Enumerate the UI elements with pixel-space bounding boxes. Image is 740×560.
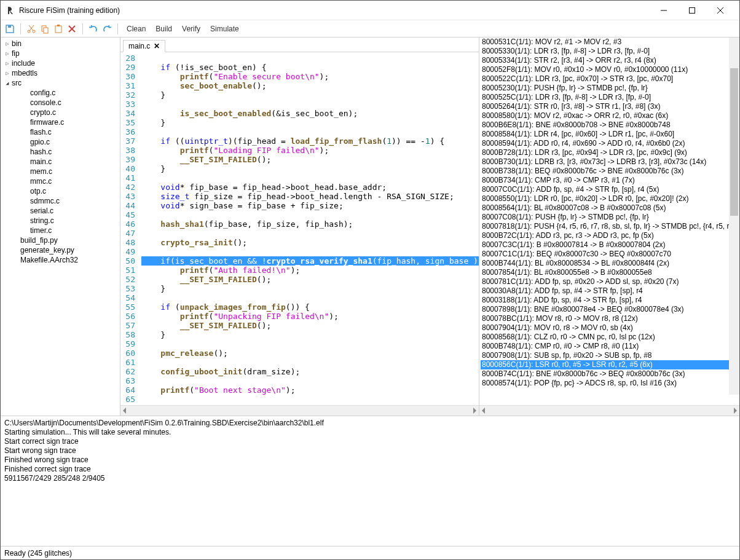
log-row[interactable]: 8000525C(1/1): LDR r3, [fp, #-8] -> LDR … bbox=[481, 93, 738, 102]
log-row[interactable]: 80005264(1/1): STR r0, [r3, #8] -> STR r… bbox=[481, 102, 738, 111]
tree-item[interactable]: ▷bin bbox=[1, 39, 120, 49]
code-line[interactable] bbox=[141, 173, 479, 183]
code-line[interactable]: void* sign_base = fip_base + fip_size; bbox=[141, 201, 479, 210]
code-line[interactable]: printf("Enable secure boot\n"); bbox=[141, 72, 479, 81]
log-row[interactable]: 8000522C(1/1): LDR r3, [pc, #0x70] -> ST… bbox=[481, 74, 738, 84]
tree-item[interactable]: generate_key.py bbox=[1, 245, 120, 255]
cut-icon[interactable] bbox=[26, 23, 37, 34]
close-button[interactable] bbox=[706, 1, 734, 20]
code-line[interactable] bbox=[141, 339, 479, 349]
close-tab-icon[interactable]: ✕ bbox=[154, 42, 160, 50]
code-line[interactable]: hash_sha1(fip_base, fip_size, fip_hash); bbox=[141, 219, 479, 229]
simulate-action[interactable]: Simulate bbox=[207, 25, 243, 33]
code-line[interactable]: __SET_SIM_FAILED(); bbox=[141, 275, 479, 284]
save-icon[interactable] bbox=[4, 23, 15, 34]
code-line[interactable] bbox=[141, 53, 479, 63]
log-row[interactable]: 800030A8(1/1): ADD fp, sp, #4 -> STR fp,… bbox=[481, 286, 738, 296]
code-line[interactable] bbox=[141, 127, 479, 136]
tree-item[interactable]: main.c bbox=[1, 157, 120, 167]
code-line[interactable] bbox=[141, 376, 479, 385]
log-row[interactable]: 80008584(1/1): LDR r4, [pc, #0x60] -> LD… bbox=[481, 130, 738, 139]
tree-item[interactable]: console.c bbox=[1, 98, 120, 108]
tree-item[interactable]: hash.c bbox=[1, 147, 120, 157]
tree-item[interactable]: config.c bbox=[1, 88, 120, 98]
code-line[interactable]: if ((uintptr_t)(fip_head = load_fip_from… bbox=[141, 136, 479, 146]
log-row[interactable]: 80008580(1/1): MOV r2, #0xac -> ORR r2, … bbox=[481, 111, 738, 120]
log-row[interactable]: 80007854(1/1): BL #0x800055e8 -> B #0x80… bbox=[481, 268, 738, 277]
log-row[interactable]: 8000B6E8(1/1): BNE #0x8000b708 -> BNE #0… bbox=[481, 120, 738, 130]
code-line[interactable]: } bbox=[141, 90, 479, 100]
log-row[interactable]: 800078BC(1/1): MOV r8, r0 -> MOV r8, r8 … bbox=[481, 314, 738, 323]
code-line[interactable]: printf("Boot next stage\n"); bbox=[141, 385, 479, 395]
log-row[interactable]: 8000781C(1/1): ADD fp, sp, #0x20 -> ADD … bbox=[481, 277, 738, 286]
log-row[interactable]: 8000B74C(1/1): BNE #0x8000b76c -> BEQ #0… bbox=[481, 369, 738, 379]
code-line[interactable] bbox=[141, 358, 479, 367]
redo-icon[interactable] bbox=[101, 23, 112, 34]
tree-item[interactable]: ▷include bbox=[1, 58, 120, 68]
copy-icon[interactable] bbox=[39, 23, 50, 34]
file-tree[interactable]: ▷bin▷fip▷include▷mbedtls◢srcconfig.ccons… bbox=[1, 37, 120, 416]
log-row[interactable]: 80005330(1/1): LDR r3, [fp, #-8] -> LDR … bbox=[481, 47, 738, 56]
code-line[interactable]: if (!is_sec_boot_en) { bbox=[141, 63, 479, 72]
log-row[interactable]: 80008564(1/1): BL #0x80007c08 -> B #0x80… bbox=[481, 203, 738, 213]
tree-item[interactable]: crypto.c bbox=[1, 108, 120, 117]
tree-item[interactable]: mmc.c bbox=[1, 176, 120, 186]
code-line[interactable]: void* fip_base = fip_head->boot_head.bas… bbox=[141, 183, 479, 192]
code-line[interactable] bbox=[141, 293, 479, 302]
log-row[interactable]: 80007818(1/1): PUSH {r4, r5, r6, r7, r8,… bbox=[481, 222, 738, 231]
tree-arrow-icon[interactable]: ▷ bbox=[3, 41, 12, 47]
maximize-button[interactable] bbox=[678, 1, 706, 20]
log-row[interactable]: 800052F8(1/1): MOV r0, #0x10 -> MOV r0, … bbox=[481, 65, 738, 74]
log-row[interactable]: 8000B728(1/1): LDR r3, [pc, #0x94] -> LD… bbox=[481, 148, 738, 157]
log-vscroll[interactable] bbox=[729, 37, 739, 395]
tree-item[interactable]: mem.c bbox=[1, 167, 120, 176]
code-line[interactable] bbox=[141, 229, 479, 238]
code-line[interactable]: __SET_SIM_FAILED(); bbox=[141, 155, 479, 164]
log-row[interactable]: 80007C3C(1/1): B #0x80007814 -> B #0x800… bbox=[481, 240, 738, 250]
tree-item[interactable]: flash.c bbox=[1, 127, 120, 137]
verify-action[interactable]: Verify bbox=[178, 25, 204, 33]
log-row[interactable]: 80005230(1/1): PUSH {fp, lr} -> STMDB pc… bbox=[481, 84, 738, 93]
code-line[interactable]: } bbox=[141, 330, 479, 339]
code-line[interactable] bbox=[141, 210, 479, 219]
glitch-log[interactable]: 8000531C(1/1): MOV r2, #1 -> MOV r2, #38… bbox=[479, 37, 739, 405]
tree-item[interactable]: ▷fip bbox=[1, 49, 120, 58]
code-line[interactable]: pmc_release(); bbox=[141, 349, 479, 358]
code-line[interactable]: printf("Auth failed!\n"); bbox=[141, 266, 479, 275]
tree-item[interactable]: gpio.c bbox=[1, 137, 120, 147]
log-row[interactable]: 80007908(1/1): SUB sp, fp, #0x20 -> SUB … bbox=[481, 351, 738, 360]
log-row[interactable]: 8000B730(1/1): LDRB r3, [r3, #0x73c] -> … bbox=[481, 157, 738, 167]
log-row[interactable]: 8000856C(1/1): LSR r0, r0, #5 -> LSR r0,… bbox=[481, 360, 738, 369]
code-line[interactable]: is_sec_boot_enabled(&is_sec_boot_en); bbox=[141, 109, 479, 118]
tree-item[interactable]: ◢src bbox=[1, 78, 120, 88]
code-line[interactable]: if (unpack_images_from_fip()) { bbox=[141, 302, 479, 312]
code-editor[interactable]: 2829303132333435363738394041424344454647… bbox=[120, 52, 479, 405]
log-row[interactable]: 80007898(1/1): BNE #0x800078e4 -> BEQ #0… bbox=[481, 305, 738, 314]
clean-action[interactable]: Clean bbox=[123, 25, 149, 33]
log-row[interactable]: 80003188(1/1): ADD fp, sp, #4 -> STR fp,… bbox=[481, 296, 738, 305]
log-row[interactable]: 80008574(1/1): POP {fp, pc} -> ADCS r8, … bbox=[481, 379, 738, 388]
code-line[interactable]: } bbox=[141, 284, 479, 293]
code-line[interactable]: config_uboot_init(dram_size); bbox=[141, 367, 479, 376]
paste-icon[interactable] bbox=[53, 23, 64, 34]
code-line[interactable]: __SET_SIM_FAILED(); bbox=[141, 321, 479, 330]
log-row[interactable]: 8000B738(1/1): BEQ #0x8000b76c -> BNE #0… bbox=[481, 167, 738, 176]
code-area[interactable]: if (!is_sec_boot_en) { printf("Enable se… bbox=[138, 52, 479, 405]
log-hscroll[interactable] bbox=[479, 405, 739, 416]
log-row[interactable]: 80008550(1/1): LDR r0, [pc, #0x20] -> LD… bbox=[481, 194, 738, 203]
tree-arrow-icon[interactable]: ◢ bbox=[3, 81, 12, 86]
log-row[interactable]: 80007904(1/1): MOV r0, r8 -> MOV r0, sb … bbox=[481, 323, 738, 333]
code-line[interactable] bbox=[141, 247, 479, 256]
log-row[interactable]: 8000B744(1/1): BL #0x80008534 -> BL #0x8… bbox=[481, 259, 738, 268]
tree-item[interactable]: sdmmc.c bbox=[1, 196, 120, 206]
log-row[interactable]: 8000B734(1/1): CMP r3, #0 -> CMP r3, #1 … bbox=[481, 176, 738, 185]
tree-arrow-icon[interactable]: ▷ bbox=[3, 60, 12, 66]
code-line[interactable] bbox=[141, 395, 479, 404]
code-line[interactable]: sec_boot_enable(); bbox=[141, 81, 479, 90]
editor-hscroll[interactable] bbox=[120, 405, 479, 416]
delete-icon[interactable] bbox=[66, 23, 77, 34]
log-row[interactable]: 80007C0C(1/1): ADD fp, sp, #4 -> STR fp,… bbox=[481, 185, 738, 194]
code-line[interactable]: if(is_sec_boot_en && !crypto_rsa_verify_… bbox=[141, 256, 479, 266]
tree-item[interactable]: Makefile.AArch32 bbox=[1, 255, 120, 265]
log-row[interactable]: 80008594(1/1): ADD r0, r4, #0x690 -> ADD… bbox=[481, 139, 738, 148]
